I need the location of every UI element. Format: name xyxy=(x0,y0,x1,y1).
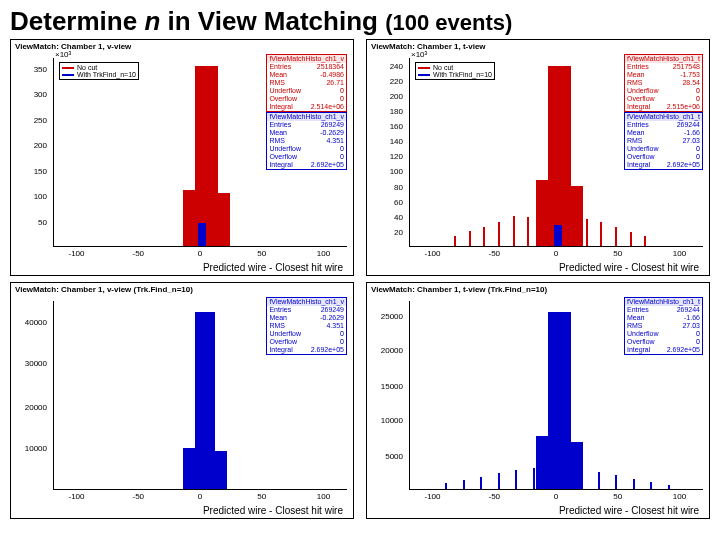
stat-val: 28.54 xyxy=(682,79,700,87)
stat-val: 2.515e+06 xyxy=(667,103,700,111)
stat-val: 269244 xyxy=(677,306,700,314)
ytick: 350 xyxy=(34,65,47,74)
xtick: 50 xyxy=(613,492,622,501)
xtick: -100 xyxy=(425,249,441,258)
stat-val: 2.514e+06 xyxy=(311,103,344,111)
xtick: -50 xyxy=(488,249,500,258)
ytick: 100 xyxy=(390,167,403,176)
peak-red-shoulder-r xyxy=(218,193,230,246)
stat-val: 0 xyxy=(696,330,700,338)
xtick: -100 xyxy=(425,492,441,501)
stat-val: 2.692e+05 xyxy=(667,161,700,169)
ytick: 20 xyxy=(394,227,403,236)
xtick: 50 xyxy=(613,249,622,258)
ytick: 20000 xyxy=(381,346,403,355)
stat-val: 26.71 xyxy=(326,79,344,87)
y-ticks: 20 40 60 80 100 120 140 160 180 200 220 … xyxy=(367,58,407,247)
title-mid: in View Matching xyxy=(160,6,385,36)
x-ticks: -100 -50 0 50 100 xyxy=(53,492,347,502)
stat-val: 0 xyxy=(696,87,700,95)
ytick: 140 xyxy=(390,137,403,146)
ytick: 180 xyxy=(390,106,403,115)
y-ticks: 5000 10000 15000 20000 25000 xyxy=(367,301,407,490)
stats-hdr: fViewMatchHisto_ch1_t xyxy=(625,113,702,121)
stat-val: 2518364 xyxy=(317,63,344,71)
slide-title: Determine n in View Matching (100 events… xyxy=(0,0,720,39)
x-ticks: -100 -50 0 50 100 xyxy=(53,249,347,259)
stats-box-blue: fViewMatchHisto_ch1_v Entries269249 Mean… xyxy=(266,112,347,170)
stat-val: 0 xyxy=(696,95,700,103)
xtick: -100 xyxy=(69,492,85,501)
xtick: 50 xyxy=(257,249,266,258)
ytick: 50 xyxy=(38,218,47,227)
stat-val: 2.692e+05 xyxy=(311,161,344,169)
chart-title: ViewMatch: Chamber 1, t-view (Trk.Find_n… xyxy=(371,285,547,294)
stat-val: -0.2629 xyxy=(320,129,344,137)
xtick: -50 xyxy=(488,492,500,501)
y-ticks: 50 100 150 200 250 300 350 xyxy=(11,58,51,247)
xtick: 100 xyxy=(673,492,686,501)
ytick: 5000 xyxy=(385,451,403,460)
stat-val: 0 xyxy=(340,338,344,346)
x-ticks: -100 -50 0 50 100 xyxy=(409,492,703,502)
stat-val: -1.66 xyxy=(684,314,700,322)
peak-blue-shoulder-r xyxy=(215,451,227,489)
stat-val: 0 xyxy=(696,153,700,161)
ytick: 150 xyxy=(34,167,47,176)
x-axis-title: Predicted wire - Closest hit wire xyxy=(559,262,699,273)
xtick: 50 xyxy=(257,492,266,501)
peak-red-shoulder-l xyxy=(183,190,195,246)
stat-val: 269249 xyxy=(321,306,344,314)
ytick: 60 xyxy=(394,197,403,206)
peak-blue xyxy=(554,225,563,246)
chart-title: ViewMatch: Chamber 1, v-view (Trk.Find_n… xyxy=(15,285,193,294)
peak-red-shoulder-r xyxy=(571,186,583,246)
stats-box-blue: fViewMatchHisto_ch1_t Entries269244 Mean… xyxy=(624,112,703,170)
ytick: 160 xyxy=(390,122,403,131)
xtick: -100 xyxy=(69,249,85,258)
stat-val: 2.692e+05 xyxy=(667,346,700,354)
ytick: 30000 xyxy=(25,359,47,368)
x-axis-title: Predicted wire - Closest hit wire xyxy=(559,505,699,516)
stat-val: 0 xyxy=(340,153,344,161)
title-n: n xyxy=(144,6,160,36)
x-axis-title: Predicted wire - Closest hit wire xyxy=(203,262,343,273)
xtick: 100 xyxy=(317,492,330,501)
x-axis-title: Predicted wire - Closest hit wire xyxy=(203,505,343,516)
ytick: 40 xyxy=(394,212,403,221)
xtick: -50 xyxy=(132,492,144,501)
peak-red xyxy=(548,66,571,246)
stat-val: 0 xyxy=(340,330,344,338)
xtick: 0 xyxy=(554,249,558,258)
peak-blue xyxy=(198,223,207,246)
stat-val: 0 xyxy=(696,145,700,153)
stat-val: -0.4986 xyxy=(320,71,344,79)
stat-val: -1.753 xyxy=(680,71,700,79)
stat-val: 4.351 xyxy=(326,322,344,330)
peak-blue xyxy=(195,312,216,489)
stat-val: -0.2629 xyxy=(320,314,344,322)
ytick: 100 xyxy=(34,191,47,200)
stats-hdr: fViewMatchHisto_ch1_v xyxy=(267,113,346,121)
stat-val: 2.692e+05 xyxy=(311,346,344,354)
x-ticks: -100 -50 0 50 100 xyxy=(409,249,703,259)
peak-blue xyxy=(548,312,571,489)
panel-vview-bottom: ViewMatch: Chamber 1, v-view (Trk.Find_n… xyxy=(10,282,354,519)
stat-val: 27.03 xyxy=(682,322,700,330)
title-suffix: (100 events) xyxy=(385,10,512,35)
ytick: 10000 xyxy=(381,416,403,425)
xtick: 0 xyxy=(198,249,202,258)
peak-blue-shoulder-l xyxy=(183,448,195,489)
stat-val: 0 xyxy=(696,338,700,346)
stats-hdr: fViewMatchHisto_ch1_v xyxy=(267,55,346,63)
peak-red-shoulder-l xyxy=(536,180,548,246)
panel-tview-top: ViewMatch: Chamber 1, t-view ×10³ No cut… xyxy=(366,39,710,276)
xtick: -50 xyxy=(132,249,144,258)
ytick: 120 xyxy=(390,152,403,161)
title-pre: Determine xyxy=(10,6,144,36)
xtick: 100 xyxy=(673,249,686,258)
ytick: 300 xyxy=(34,89,47,98)
stats-hdr: fViewMatchHisto_ch1_t xyxy=(625,298,702,306)
panel-tview-bottom: ViewMatch: Chamber 1, t-view (Trk.Find_n… xyxy=(366,282,710,519)
peak-blue-shoulder-l xyxy=(536,436,548,489)
